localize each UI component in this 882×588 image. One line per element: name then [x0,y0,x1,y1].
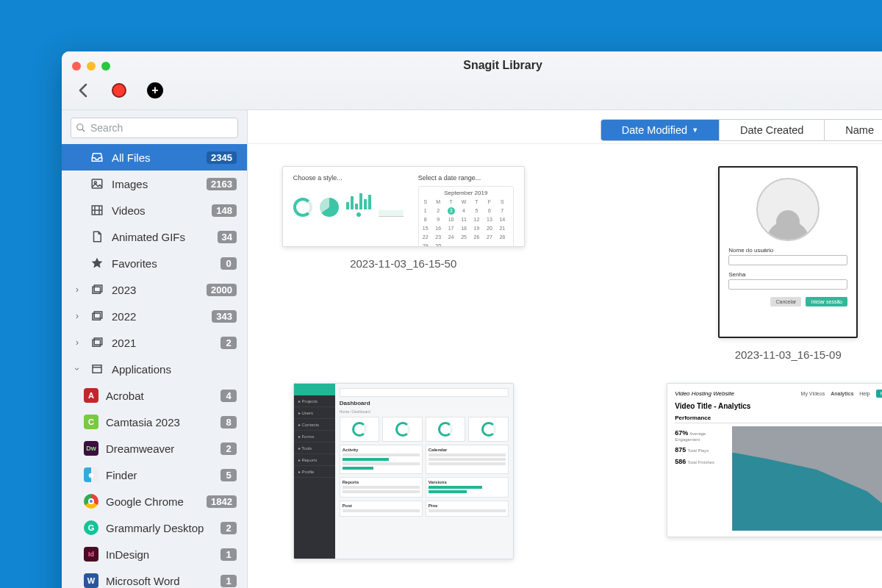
search-input[interactable] [90,122,233,134]
thumb-text: Senha [728,271,847,278]
thumbnail-grid: Choose a style... Select a date range... [248,144,882,588]
app-icon: W [84,573,98,588]
record-button[interactable] [112,83,126,98]
sidebar-app-camtasia[interactable]: C Camtasia 2023 8 [62,409,247,435]
app-window: Snagit Library + All Files 2 [62,51,882,588]
app-icon: G [84,520,98,535]
count-badge: 1 [220,548,237,561]
capture-item[interactable]: ▸ Projects▸ Users▸ Contacts▸ Forms▸ Tool… [277,383,530,570]
capture-filename: 2023-11-03_16-15-09 [735,348,842,361]
sort-date-modified[interactable]: Date Modified▼ [601,120,720,140]
sort-segmented-control: Date Modified▼ Date Created Name [600,119,882,141]
sidebar-item-label: Videos [112,204,204,217]
main-content: Date Modified▼ Date Created Name Choose … [248,110,882,588]
sidebar-item-label: Microsoft Word [106,575,213,587]
svg-line-1 [82,129,85,132]
thumb-text: Video Hosting Website [675,390,734,397]
app-icon [84,494,98,509]
sidebar-item-label: Grammarly Desktop [106,522,213,534]
thumbnail: ▸ Projects▸ Users▸ Contacts▸ Forms▸ Tool… [293,383,514,559]
new-capture-button[interactable]: + [147,82,163,98]
sidebar-item-year-2021[interactable]: › 2021 2 [62,329,247,356]
sort-name[interactable]: Name [825,120,882,140]
sidebar-item-images[interactable]: Images 2163 [62,171,247,197]
count-badge: 5 [220,469,237,481]
count-badge: 2345 [207,151,237,164]
app-icon: Dw [84,441,98,456]
sidebar-item-label: Finder [106,469,213,481]
sidebar-item-label: Favorites [112,257,213,270]
thumbnail: Choose a style... Select a date range... [282,166,525,247]
stack-icon [90,309,104,323]
sidebar-item-videos[interactable]: Videos 148 [62,197,247,223]
sidebar-app-finder[interactable]: ☻ Finder 5 [62,462,247,488]
count-badge: 148 [212,204,237,217]
sidebar-categories: All Files 2345 Images 2163 Videos 148 [62,144,247,588]
count-badge: 2 [220,442,237,455]
capture-item[interactable]: Video Hosting Website My Videos Analytic… [662,383,883,570]
count-badge: 34 [218,231,237,243]
thumb-text: Cancelar [770,297,801,306]
sidebar-item-year-2022[interactable]: › 2022 343 [62,303,247,329]
chevron-down-icon: › [72,364,82,374]
sidebar-item-label: All Files [112,151,199,164]
sidebar-item-gifs[interactable]: Animated GIFs 34 [62,223,247,250]
count-badge: 2000 [207,284,237,296]
capture-item[interactable]: Nome do usuário Senha CancelarIniciar se… [662,166,883,361]
sidebar-item-label: Dreamweaver [106,442,213,455]
svg-point-0 [77,124,83,130]
capture-item[interactable]: Choose a style... Select a date range... [277,166,530,361]
sidebar-app-dreamweaver[interactable]: Dw Dreamweaver 2 [62,435,247,462]
stack-icon [90,335,104,350]
svg-rect-2 [92,179,102,188]
sort-bar: Date Modified▼ Date Created Name [248,110,882,144]
count-badge: 0 [220,257,237,270]
sidebar-item-favorites[interactable]: Favorites 0 [62,250,247,276]
window-icon [90,362,104,376]
thumb-text: Select a date range... [418,174,514,182]
count-badge: 2 [220,522,237,534]
star-icon [90,256,104,270]
chevron-right-icon: › [72,284,82,295]
sidebar-app-chrome[interactable]: Google Chrome 1842 [62,488,247,514]
sort-date-created[interactable]: Date Created [720,120,825,140]
sidebar-item-label: Animated GIFs [112,231,210,243]
sidebar-app-acrobat[interactable]: A Acrobat 4 [62,382,247,409]
back-button[interactable] [75,82,91,98]
toolbar: + [75,82,163,98]
sidebar-app-grammarly[interactable]: G Grammarly Desktop 2 [62,514,247,541]
chevron-right-icon: › [72,311,82,321]
thumb-text: Choose a style... [293,174,404,182]
sidebar-item-label: Acrobat [106,390,213,402]
app-icon: C [84,415,98,429]
chevron-right-icon: › [72,337,82,348]
sidebar-item-label: Camtasia 2023 [106,416,213,429]
sidebar-app-indesign[interactable]: Id InDesign 1 [62,541,247,567]
thumb-text: Video Title - Analytics [675,402,882,410]
count-badge: 2 [220,337,237,349]
count-badge: 8 [220,416,237,429]
thumbnail: Video Hosting Website My Videos Analytic… [667,383,882,537]
image-icon [90,176,104,191]
sidebar-item-label: Google Chrome [106,495,199,508]
count-badge: 2163 [207,178,237,190]
search-icon [76,123,86,133]
sort-direction-icon: ▼ [692,126,698,134]
sidebar-item-year-2023[interactable]: › 2023 2000 [62,276,247,303]
film-icon [90,203,104,218]
window-title: Snagit Library [62,59,882,72]
sidebar-item-label: 2022 [112,310,204,323]
count-badge: 343 [212,310,237,323]
thumbnail: Nome do usuário Senha CancelarIniciar se… [718,166,858,338]
sidebar-app-word[interactable]: W Microsoft Word 1 [62,567,247,588]
sidebar-item-applications[interactable]: › Applications [62,356,247,382]
svg-rect-14 [93,365,101,373]
search-field[interactable] [71,118,238,138]
app-icon: ☻ [84,467,98,482]
thumb-text: September 2019 [422,190,510,196]
inbox-icon [90,150,104,165]
sidebar-item-all-files[interactable]: All Files 2345 [62,144,247,171]
capture-filename: 2023-11-03_16-15-50 [350,257,456,270]
sidebar-item-label: 2021 [112,337,213,349]
thumb-text: Nome do usuário [728,247,847,254]
